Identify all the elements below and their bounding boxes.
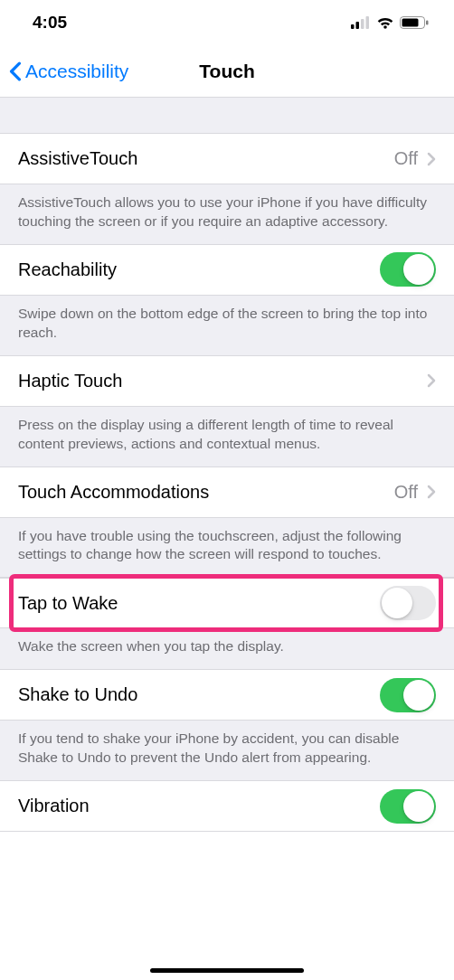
status-time: 4:05 [33,13,67,33]
svg-rect-0 [351,24,355,29]
section-spacer [0,98,454,134]
row-shake-to-undo[interactable]: Shake to Undo [0,670,454,721]
row-vibration[interactable]: Vibration [0,781,454,832]
nav-header: Accessibility Touch [0,45,454,98]
toggle-vibration[interactable] [380,789,436,824]
footer-tap-to-wake: Wake the screen when you tap the display… [0,628,454,670]
chevron-left-icon [9,61,22,81]
svg-point-4 [383,25,387,29]
svg-rect-2 [361,19,364,29]
content: AssistiveTouch Off AssistiveTouch allows… [0,98,454,832]
row-label: Touch Accommodations [18,482,394,503]
svg-rect-7 [426,21,429,25]
row-label: Shake to Undo [18,684,380,705]
row-reachability[interactable]: Reachability [0,245,454,296]
row-touch-accommodations[interactable]: Touch Accommodations Off [0,467,454,518]
footer-assistivetouch: AssistiveTouch allows you to use your iP… [0,184,454,245]
highlight-box: Tap to Wake [0,578,454,628]
back-label: Accessibility [25,61,128,82]
chevron-right-icon [427,485,436,499]
wifi-icon [376,16,394,29]
toggle-tap-to-wake[interactable] [380,586,436,620]
row-label: Reachability [18,259,380,280]
chevron-right-icon [427,152,436,166]
row-value: Off [394,148,418,169]
signal-icon [351,16,371,29]
row-assistivetouch[interactable]: AssistiveTouch Off [0,134,454,184]
home-indicator[interactable] [150,968,304,973]
footer-touch-accommodations: If you have trouble using the touchscree… [0,518,454,579]
row-tap-to-wake[interactable]: Tap to Wake [0,578,454,628]
svg-rect-1 [356,22,360,29]
footer-haptic-touch: Press on the display using a different l… [0,407,454,467]
toggle-reachability[interactable] [380,252,436,287]
footer-shake-to-undo: If you tend to shake your iPhone by acci… [0,721,454,781]
status-bar: 4:05 [0,0,454,45]
toggle-shake-to-undo[interactable] [380,678,436,712]
row-label: Haptic Touch [18,371,427,391]
row-haptic-touch[interactable]: Haptic Touch [0,356,454,407]
row-label: AssistiveTouch [18,148,394,169]
row-value: Off [394,482,418,503]
svg-rect-3 [366,16,370,29]
page-title: Touch [199,61,254,82]
svg-rect-6 [402,19,419,27]
battery-icon [400,16,429,29]
back-button[interactable]: Accessibility [9,61,128,82]
row-label: Vibration [18,796,380,816]
row-label: Tap to Wake [18,593,380,614]
footer-reachability: Swipe down on the bottom edge of the scr… [0,296,454,356]
status-icons [351,16,429,29]
chevron-right-icon [427,373,436,388]
